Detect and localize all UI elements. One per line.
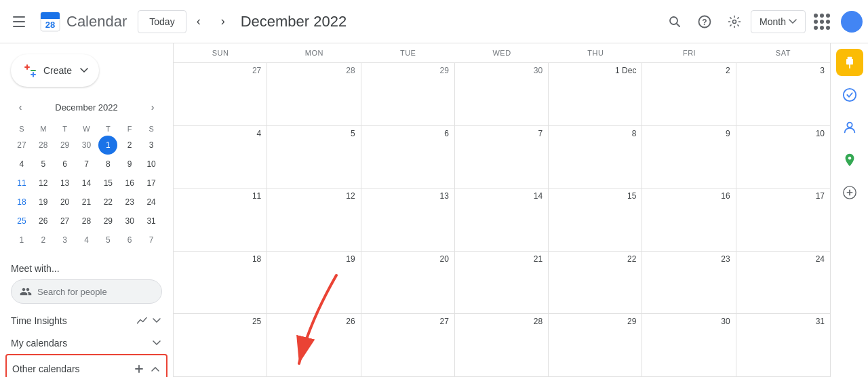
cal-cell-25[interactable]: 25 xyxy=(174,314,267,377)
mini-day-31[interactable]: 31 xyxy=(142,212,161,231)
cal-cell-28[interactable]: 28 xyxy=(455,314,549,377)
next-month-button[interactable]: › xyxy=(211,9,235,34)
mini-day-2-next[interactable]: 2 xyxy=(34,231,53,250)
mini-day-23[interactable]: 23 xyxy=(120,193,139,212)
cal-cell-12[interactable]: 12 xyxy=(267,188,361,252)
add-icon-button[interactable] xyxy=(836,179,863,206)
mini-day-12[interactable]: 12 xyxy=(34,174,53,193)
mini-day-14[interactable]: 14 xyxy=(77,174,96,193)
mini-day-28-prev[interactable]: 28 xyxy=(34,136,53,155)
cal-cell-26[interactable]: 26 xyxy=(267,314,361,377)
mini-day-6-next[interactable]: 6 xyxy=(120,231,139,250)
mini-day-27[interactable]: 27 xyxy=(56,212,75,231)
avatar[interactable] xyxy=(841,11,863,33)
mini-prev-button[interactable]: ‹ xyxy=(11,98,30,117)
cal-cell-14[interactable]: 14 xyxy=(455,188,549,252)
mini-day-8[interactable]: 8 xyxy=(98,155,117,174)
mini-day-21[interactable]: 21 xyxy=(77,193,96,212)
help-button[interactable]: ? xyxy=(691,8,718,35)
cal-cell-30[interactable]: 30 xyxy=(642,314,736,377)
cal-cell-15[interactable]: 15 xyxy=(549,188,642,252)
mini-day-7[interactable]: 7 xyxy=(77,155,96,174)
mini-day-30-prev[interactable]: 30 xyxy=(77,136,96,155)
cal-cell-23[interactable]: 23 xyxy=(642,252,736,315)
cal-cell-8[interactable]: 8 xyxy=(549,126,642,189)
mini-day-15[interactable]: 15 xyxy=(98,174,117,193)
cal-cell-6[interactable]: 6 xyxy=(361,126,455,189)
cal-cell-3[interactable]: 3 xyxy=(736,63,830,126)
mini-next-button[interactable]: › xyxy=(143,98,162,117)
cal-cell-22[interactable]: 22 xyxy=(549,252,642,315)
cal-cell-1-dec[interactable]: 1 Dec xyxy=(549,63,642,126)
cal-cell-29-prev[interactable]: 29 xyxy=(361,63,455,126)
mini-day-5[interactable]: 5 xyxy=(34,155,53,174)
mini-day-30[interactable]: 30 xyxy=(120,212,139,231)
mini-day-4-next[interactable]: 4 xyxy=(77,231,96,250)
mini-day-6[interactable]: 6 xyxy=(56,155,75,174)
mini-day-1-next[interactable]: 1 xyxy=(12,231,31,250)
cal-cell-20[interactable]: 20 xyxy=(361,252,455,315)
tasks-icon-button[interactable] xyxy=(836,81,863,108)
today-button[interactable]: Today xyxy=(138,10,186,33)
hamburger-button[interactable] xyxy=(5,8,33,35)
search-button[interactable] xyxy=(661,8,688,35)
cal-cell-30-prev[interactable]: 30 xyxy=(455,63,549,126)
mini-day-20[interactable]: 20 xyxy=(56,193,75,212)
apps-button[interactable] xyxy=(808,8,835,35)
mini-day-11[interactable]: 11 xyxy=(12,174,31,193)
cal-cell-4[interactable]: 4 xyxy=(174,126,267,189)
mini-day-9[interactable]: 9 xyxy=(120,155,139,174)
mini-day-27-prev[interactable]: 27 xyxy=(12,136,31,155)
mini-day-25[interactable]: 25 xyxy=(12,212,31,231)
cal-cell-31[interactable]: 31 xyxy=(736,314,830,377)
time-insights-section[interactable]: Time Insights xyxy=(0,309,173,332)
contacts-icon-button[interactable] xyxy=(836,114,863,141)
mini-day-4[interactable]: 4 xyxy=(12,155,31,174)
cal-cell-16[interactable]: 16 xyxy=(642,188,736,252)
cal-cell-28-prev[interactable]: 28 xyxy=(267,63,361,126)
cal-cell-7[interactable]: 7 xyxy=(455,126,549,189)
other-calendars-section[interactable]: Other calendars xyxy=(7,355,166,377)
mini-day-3[interactable]: 3 xyxy=(142,136,161,155)
cal-cell-21[interactable]: 21 xyxy=(455,252,549,315)
cal-cell-11[interactable]: 11 xyxy=(174,188,267,252)
mini-day-29[interactable]: 29 xyxy=(98,212,117,231)
mini-day-28[interactable]: 28 xyxy=(77,212,96,231)
cal-cell-2[interactable]: 2 xyxy=(642,63,736,126)
create-button[interactable]: Create xyxy=(11,54,99,87)
cal-cell-9[interactable]: 9 xyxy=(642,126,736,189)
mini-day-19[interactable]: 19 xyxy=(34,193,53,212)
mini-day-22[interactable]: 22 xyxy=(98,193,117,212)
mini-day-2[interactable]: 2 xyxy=(120,136,139,155)
cal-cell-19[interactable]: 19 xyxy=(267,252,361,315)
cal-cell-27-prev[interactable]: 27 xyxy=(174,63,267,126)
mini-day-7-next[interactable]: 7 xyxy=(142,231,161,250)
cal-cell-17[interactable]: 17 xyxy=(736,188,830,252)
cal-cell-18[interactable]: 18 xyxy=(174,252,267,315)
search-people-button[interactable]: Search for people xyxy=(11,279,162,304)
mini-day-13[interactable]: 13 xyxy=(56,174,75,193)
mini-day-1[interactable]: 1 xyxy=(98,136,117,155)
maps-icon-button[interactable] xyxy=(836,146,863,174)
cal-cell-24[interactable]: 24 xyxy=(736,252,830,315)
mini-day-29-prev[interactable]: 29 xyxy=(56,136,75,155)
cal-cell-5[interactable]: 5 xyxy=(267,126,361,189)
my-calendars-section[interactable]: My calendars xyxy=(0,332,173,354)
add-other-calendar-button[interactable] xyxy=(131,361,147,377)
cal-cell-13[interactable]: 13 xyxy=(361,188,455,252)
mini-day-26[interactable]: 26 xyxy=(34,212,53,231)
mini-day-5-next[interactable]: 5 xyxy=(98,231,117,250)
cal-cell-29[interactable]: 29 xyxy=(549,314,642,377)
cal-cell-27[interactable]: 27 xyxy=(361,314,455,377)
mini-day-3-next[interactable]: 3 xyxy=(56,231,75,250)
mini-day-16[interactable]: 16 xyxy=(120,174,139,193)
prev-month-button[interactable]: ‹ xyxy=(186,9,211,34)
mini-day-18[interactable]: 18 xyxy=(12,193,31,212)
view-selector-button[interactable]: Month xyxy=(751,10,806,33)
mini-day-24[interactable]: 24 xyxy=(142,193,161,212)
mini-day-17[interactable]: 17 xyxy=(142,174,161,193)
cal-cell-10[interactable]: 10 xyxy=(736,126,830,189)
keep-icon-button[interactable] xyxy=(836,49,863,76)
mini-day-10[interactable]: 10 xyxy=(142,155,161,174)
settings-button[interactable] xyxy=(721,8,748,35)
